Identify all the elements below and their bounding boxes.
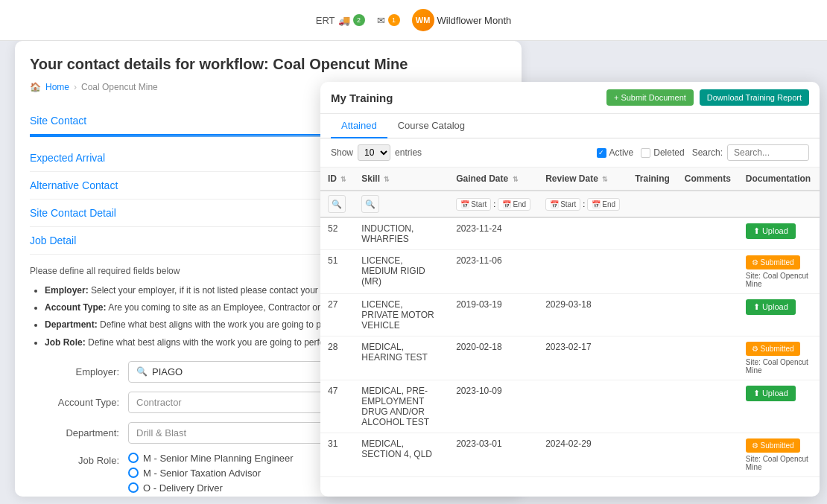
- download-report-button[interactable]: Download Training Report: [700, 89, 809, 106]
- avatar: WM: [412, 9, 434, 31]
- upload-button[interactable]: ⬆ Upload: [746, 299, 796, 315]
- radio-senior-tax[interactable]: M - Senior Taxation Advisor: [128, 468, 294, 479]
- mail-badge: 1: [388, 14, 400, 26]
- training-header: My Training + Submit Document Download T…: [320, 82, 820, 114]
- gained-start-btn[interactable]: 📅 Start: [456, 198, 491, 211]
- breadcrumb-home[interactable]: Home: [45, 82, 69, 92]
- username: Wildflower Month: [437, 15, 512, 26]
- cell-comments: [677, 217, 738, 250]
- table-row: 27 LICENCE, PRIVATE MOTOR VEHICLE 2019-0…: [320, 294, 820, 336]
- cell-id: 31: [320, 433, 354, 477]
- submitted-site: Site: Coal Opencut Mine: [746, 358, 812, 374]
- radio-dot-1: [128, 453, 139, 463]
- col-documentation: Documentation: [738, 168, 820, 191]
- cell-gained-date: 2023-10-09: [449, 380, 538, 433]
- active-checkbox[interactable]: ✓: [597, 148, 606, 158]
- truck-icon: 🚚: [338, 15, 350, 26]
- training-table: ID ⇅ Skill ⇅ Gained Date ⇅ Review Date ⇅…: [320, 168, 820, 477]
- ert-label: ERT: [316, 15, 335, 26]
- col-id: ID ⇅: [320, 168, 354, 191]
- training-table-wrap: ID ⇅ Skill ⇅ Gained Date ⇅ Review Date ⇅…: [320, 168, 820, 497]
- cell-comments: [677, 336, 738, 380]
- deleted-checkbox[interactable]: [641, 148, 650, 158]
- account-type-label: Account Type:: [30, 397, 119, 408]
- filter-skill: 🔍: [354, 191, 449, 217]
- upload-button[interactable]: ⬆ Upload: [746, 223, 796, 239]
- cell-gained-date: 2020-02-18: [449, 336, 538, 380]
- filter-group: ✓ Active Deleted Search:: [597, 144, 809, 161]
- entries-select[interactable]: 10 25 50: [358, 144, 390, 161]
- training-controls: Show 10 25 50 entries ✓ Active Deleted S…: [320, 138, 820, 168]
- radio-senior-mine[interactable]: M - Senior Mine Planning Engineer: [128, 453, 294, 464]
- table-header-row: ID ⇅ Skill ⇅ Gained Date ⇅ Review Date ⇅…: [320, 168, 820, 191]
- submitted-button[interactable]: ⚙ Submitted: [746, 255, 800, 269]
- table-filter-row: 🔍 🔍 📅 Start : 📅 End 📅: [320, 191, 820, 217]
- cell-doc: ⬆ Upload: [738, 380, 820, 433]
- cell-doc: ⚙ Submitted Site: Coal Opencut Mine: [738, 433, 820, 477]
- nav-ert: ERT 🚚 2: [316, 14, 365, 26]
- cell-id: 27: [320, 294, 354, 336]
- breadcrumb-site: Coal Opencut Mine: [81, 82, 158, 92]
- cell-comments: [677, 380, 738, 433]
- nav-mail[interactable]: ✉ 1: [377, 14, 400, 26]
- radio-dot-2: [128, 468, 139, 478]
- submitted-site: Site: Coal Opencut Mine: [746, 272, 812, 288]
- cell-gained-date: 2023-03-01: [449, 433, 538, 477]
- filter-comments: [677, 191, 738, 217]
- training-title: My Training: [331, 92, 393, 104]
- col-gained-date: Gained Date ⇅: [449, 168, 538, 191]
- cell-training: [627, 433, 677, 477]
- cell-comments: [677, 250, 738, 294]
- filter-review: 📅 Start : 📅 End: [538, 191, 627, 217]
- filter-gained: 📅 Start : 📅 End: [449, 191, 538, 217]
- upload-button[interactable]: ⬆ Upload: [746, 386, 796, 401]
- active-filter[interactable]: ✓ Active: [597, 147, 634, 158]
- search-input[interactable]: [727, 144, 809, 161]
- review-end-btn[interactable]: 📅 End: [587, 198, 620, 211]
- col-review-date: Review Date ⇅: [538, 168, 627, 191]
- cell-skill: MEDICAL, PRE-EMPLOYMENT DRUG AND/OR ALCO…: [354, 380, 449, 433]
- show-label: Show: [331, 147, 353, 158]
- id-filter-icon[interactable]: 🔍: [328, 195, 346, 213]
- cell-skill: LICENCE, MEDIUM RIGID (MR): [354, 250, 449, 294]
- cell-review-date: 2029-03-18: [538, 294, 627, 336]
- filter-training: [627, 191, 677, 217]
- cell-skill: INDUCTION, WHARFIES: [354, 217, 449, 250]
- col-training: Training: [627, 168, 677, 191]
- filter-doc: [738, 191, 820, 217]
- cell-doc: ⬆ Upload: [738, 217, 820, 250]
- cell-id: 47: [320, 380, 354, 433]
- cell-comments: [677, 433, 738, 477]
- radio-dot-3: [128, 482, 139, 493]
- cell-gained-date: 2023-11-06: [449, 250, 538, 294]
- cell-training: [627, 336, 677, 380]
- table-row: 47 MEDICAL, PRE-EMPLOYMENT DRUG AND/OR A…: [320, 380, 820, 433]
- gained-end-btn[interactable]: 📅 End: [498, 198, 530, 211]
- mail-icon: ✉: [377, 15, 385, 26]
- deleted-filter[interactable]: Deleted: [641, 147, 684, 158]
- submitted-button[interactable]: ⚙ Submitted: [746, 438, 800, 453]
- training-card: My Training + Submit Document Download T…: [320, 82, 820, 497]
- table-row: 31 MEDICAL, SECTION 4, QLD 2023-03-01 20…: [320, 433, 820, 477]
- radio-delivery[interactable]: O - Delivery Driver: [128, 482, 294, 494]
- nav-user[interactable]: WM Wildflower Month: [412, 9, 512, 31]
- table-row: 51 LICENCE, MEDIUM RIGID (MR) 2023-11-06…: [320, 250, 820, 294]
- submit-document-button[interactable]: + Submit Document: [606, 89, 694, 106]
- tab-attained[interactable]: Attained: [331, 114, 387, 138]
- cell-review-date: 2023-02-17: [538, 336, 627, 380]
- review-start-btn[interactable]: 📅 Start: [545, 198, 580, 211]
- cell-doc: ⚙ Submitted Site: Coal Opencut Mine: [738, 250, 820, 294]
- review-date-filter: 📅 Start : 📅 End: [545, 198, 620, 211]
- deleted-label: Deleted: [653, 147, 684, 158]
- active-label: Active: [609, 147, 634, 158]
- employer-label: Employer:: [30, 366, 119, 377]
- tab-course-catalog[interactable]: Course Catalog: [387, 114, 475, 138]
- search-label: Search:: [692, 147, 723, 158]
- submitted-button[interactable]: ⚙ Submitted: [746, 342, 800, 356]
- top-nav: ERT 🚚 2 ✉ 1 WM Wildflower Month: [0, 0, 827, 41]
- job-role-label: Job Role:: [30, 453, 119, 466]
- skill-filter-icon[interactable]: 🔍: [361, 195, 379, 213]
- show-entries: Show 10 25 50 entries: [331, 144, 422, 161]
- table-row: 52 INDUCTION, WHARFIES 2023-11-24 ⬆ Uplo…: [320, 217, 820, 250]
- training-table-body: 52 INDUCTION, WHARFIES 2023-11-24 ⬆ Uplo…: [320, 217, 820, 477]
